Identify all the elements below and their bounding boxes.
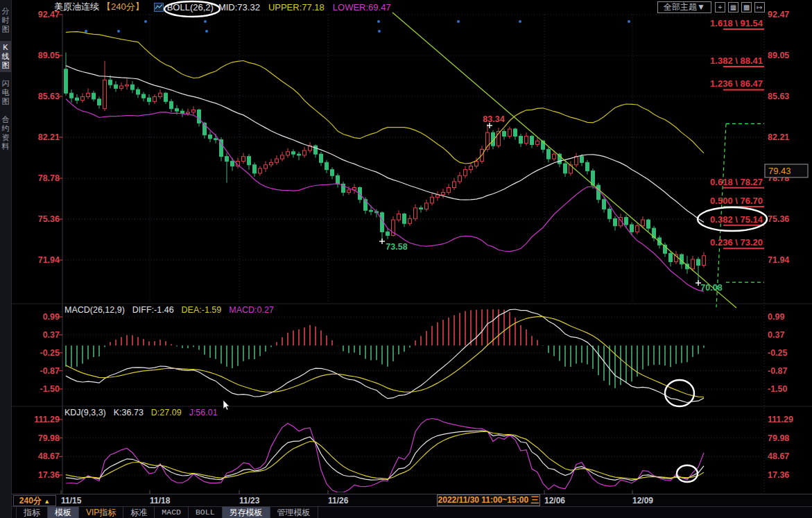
dea-line: [66, 317, 704, 397]
highlight-circle: [665, 380, 694, 406]
session-dots: [85, 20, 630, 33]
svg-text:75.36: 75.36: [768, 214, 789, 224]
svg-text:0.37: 0.37: [43, 330, 60, 340]
macd-title: MACD(26,12,9): [64, 305, 125, 315]
svg-text:0.618 \ 78.27: 0.618 \ 78.27: [710, 177, 763, 187]
macd-dea-value: DEA:-1.59: [182, 305, 222, 315]
tab-standard[interactable]: 标准: [123, 507, 155, 518]
svg-text:75.36: 75.36: [38, 214, 60, 224]
macd-lines: [66, 309, 704, 403]
chart-canvas[interactable]: 92.4792.4789.0589.0585.6385.6382.2182.21…: [0, 0, 812, 518]
annotation-layer: [164, 1, 767, 482]
svg-text:85.63: 85.63: [38, 92, 60, 101]
tab-boll[interactable]: BOLL: [189, 507, 223, 518]
mouse-cursor: [223, 400, 230, 410]
svg-text:-0.25: -0.25: [768, 348, 788, 358]
diff-line: [66, 309, 704, 403]
macd-diff-value: DIFF:-1.46: [132, 305, 174, 315]
sidebar-item-flash[interactable]: 闪电图: [0, 77, 11, 108]
svg-text:73.58: 73.58: [386, 242, 407, 252]
svg-text:82.21: 82.21: [768, 132, 789, 142]
sidebar-item-contract-info[interactable]: 合约资料: [0, 113, 11, 153]
svg-text:1.618 \ 91.54: 1.618 \ 91.54: [710, 18, 763, 28]
svg-text:1.236 \ 86.47: 1.236 \ 86.47: [710, 78, 763, 89]
svg-text:0.236 \ 73.20: 0.236 \ 73.20: [710, 237, 763, 248]
topbar-toolbar: 全部主题▼ +▦▩↦: [657, 1, 765, 13]
tab-manage-template[interactable]: 管理模板: [270, 507, 318, 518]
svg-text:-0.25: -0.25: [40, 348, 60, 358]
date-tick-label: 12/09: [632, 496, 653, 506]
period-up-arrow-icon: ▲: [44, 498, 50, 505]
svg-text:-0.87: -0.87: [40, 366, 60, 376]
crosshair-date-label: 2022/11/30 11:00~15:00 三: [437, 494, 540, 506]
kdj-lines: [66, 419, 704, 493]
svg-text:48.67: 48.67: [38, 451, 60, 461]
trend-line[interactable]: [392, 12, 736, 308]
svg-text:-1.50: -1.50: [768, 384, 788, 394]
symbol-title: 美原油连续: [54, 1, 99, 13]
macd-label-row: MACD(26,12,9) DIFF:-1.46 DEA:-1.59 MACD:…: [64, 305, 274, 315]
grid-layout-icon[interactable]: ▦: [728, 2, 738, 12]
chart-type-icon: [154, 3, 164, 12]
date-tick-label: 11/23: [239, 496, 259, 506]
svg-text:70.08: 70.08: [700, 283, 722, 293]
bottom-tabbar: 指标模板VIP指标标准MACDBOLL另存模板管理模板: [12, 506, 812, 518]
boll-lower-value: LOWER:69.47: [333, 2, 391, 12]
j-line: [66, 419, 704, 493]
shift-right-icon[interactable]: ↦: [754, 2, 765, 12]
svg-text:89.05: 89.05: [768, 51, 789, 60]
date-tick-label: 11/18: [150, 496, 170, 506]
sidebar-item-timeshare[interactable]: 分时图: [0, 5, 11, 36]
pan-icon[interactable]: +: [715, 2, 725, 12]
svg-text:71.94: 71.94: [38, 255, 60, 265]
tab-save-template[interactable]: 另存模板: [223, 507, 270, 518]
macd-value: MACD:0.27: [229, 305, 274, 315]
left-sidebar: 分时图K线图闪电图合约资料: [0, 0, 12, 518]
svg-text:89.05: 89.05: [38, 51, 60, 60]
kdj-label-row: KDJ(9,3,3) K:36.73 D:27.09 J:56.01: [64, 408, 218, 417]
svg-text:111.29: 111.29: [34, 415, 60, 424]
boll-mid-line: [66, 66, 704, 223]
sidebar-item-kline[interactable]: K线图: [0, 41, 11, 72]
period-selector[interactable]: 240分 ▲: [13, 495, 56, 506]
boll-bands-layer: [66, 32, 704, 292]
svg-text:111.29: 111.29: [768, 415, 793, 424]
svg-text:82.21: 82.21: [38, 132, 60, 142]
svg-text:0.382 \ 75.14: 0.382 \ 75.14: [710, 214, 763, 225]
trading-app-window: 分时图K线图闪电图合约资料 美原油连续 【240分】 BOLL(26,2) MI…: [0, 0, 812, 518]
boll-indicator-label: BOLL(26,2): [167, 2, 214, 12]
d-line: [66, 431, 704, 478]
tab-indicator[interactable]: 指标: [16, 507, 48, 518]
tab-template[interactable]: 模板: [48, 507, 79, 518]
svg-text:79.43: 79.43: [768, 166, 791, 176]
kdj-d-value: D:27.09: [151, 408, 182, 417]
tab-vip-indicator[interactable]: VIP指标: [79, 507, 123, 518]
kdj-k-value: K:36.73: [114, 408, 144, 417]
tab-macd[interactable]: MACD: [155, 507, 189, 518]
kdj-j-value: J:56.01: [189, 408, 218, 417]
date-tick-label: 11/15: [61, 496, 81, 506]
boll-lower-line: [66, 99, 704, 292]
svg-text:78.78: 78.78: [38, 173, 60, 183]
svg-text:17.36: 17.36: [768, 470, 789, 480]
boll-upper-value: UPPER:77.18: [268, 2, 325, 12]
svg-text:17.36: 17.36: [38, 470, 60, 480]
svg-text:0.500 \ 76.70: 0.500 \ 76.70: [710, 196, 763, 206]
axis-scale-icon[interactable]: ▩: [741, 2, 752, 12]
svg-text:-1.50: -1.50: [40, 384, 60, 394]
boll-mid-value: MID:73.32: [218, 2, 260, 12]
svg-text:0.99: 0.99: [43, 312, 60, 322]
svg-text:79.98: 79.98: [768, 433, 789, 443]
svg-text:48.67: 48.67: [768, 451, 789, 461]
fib-level-labels: 1.618 \ 91.541.382 \ 88.411.236 \ 86.470…: [710, 18, 764, 248]
date-tick-label: 12/06: [544, 496, 565, 506]
x-axis-row: 240分 ▲ 11/1511/1811/2311/2612/0612/09 20…: [12, 494, 812, 506]
chart-header: 美原油连续 【240分】 BOLL(26,2) MID:73.32 UPPER:…: [12, 0, 812, 14]
svg-text:85.63: 85.63: [768, 92, 789, 101]
theme-dropdown[interactable]: 全部主题▼: [657, 1, 711, 13]
svg-text:83.34: 83.34: [483, 114, 504, 124]
svg-text:0.99: 0.99: [768, 312, 784, 322]
current-price-box: 79.43: [765, 164, 808, 178]
macd-histogram: [66, 309, 704, 388]
svg-text:0.37: 0.37: [768, 330, 784, 340]
